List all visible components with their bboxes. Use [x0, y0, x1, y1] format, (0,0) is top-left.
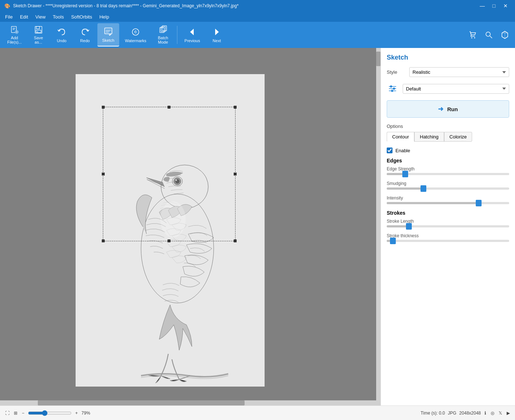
smudging-group: Smudging — [387, 181, 509, 190]
add-file-icon — [9, 25, 20, 34]
horizontal-scrollbar[interactable] — [0, 400, 376, 405]
close-button[interactable]: ✕ — [500, 1, 511, 11]
toolbar-separator — [177, 26, 177, 44]
edge-strength-thumb[interactable] — [402, 171, 408, 177]
app-icon: 🎨 — [4, 3, 10, 9]
svg-line-24 — [490, 36, 492, 38]
cart-icon — [468, 31, 477, 39]
run-button-label: Run — [447, 106, 458, 112]
save-icon — [33, 25, 44, 34]
stroke-thickness-track[interactable] — [387, 240, 509, 242]
menu-help[interactable]: Help — [96, 13, 113, 21]
svg-rect-10 — [105, 28, 112, 34]
undo-label: Undo — [57, 39, 67, 43]
intensity-track[interactable] — [387, 202, 509, 204]
watermarks-label: Watermarks — [125, 39, 146, 43]
menu-file[interactable]: File — [1, 13, 16, 21]
cube-icon — [500, 31, 509, 39]
strokes-title: Strokes — [387, 210, 509, 216]
window-title: Sketch Drawer - ****Unregistered version… — [13, 3, 238, 8]
undo-button[interactable]: Undo — [51, 23, 73, 47]
canvas-area[interactable] — [0, 48, 376, 405]
stroke-length-thumb[interactable] — [406, 223, 412, 230]
batch-mode-button[interactable]: Batch Mode — [152, 23, 174, 47]
save-as-label: Save as... — [34, 36, 43, 44]
run-button[interactable]: ➜ Run — [387, 100, 509, 118]
zoom-slider[interactable] — [28, 410, 72, 416]
redo-button[interactable]: Redo — [74, 23, 96, 47]
svg-marker-19 — [190, 29, 194, 35]
smudging-fill — [387, 187, 423, 190]
svg-point-40 — [391, 90, 393, 92]
tab-hatching[interactable]: Hatching — [414, 132, 444, 142]
panel-title: Sketch — [387, 54, 509, 61]
presets-icon[interactable] — [387, 83, 398, 94]
stroke-thickness-thumb[interactable] — [390, 238, 396, 244]
menu-bar: File Edit View Tools SoftOrbits Help — [0, 12, 515, 22]
vertical-scroll-thumb[interactable] — [376, 52, 381, 66]
menu-softorbits[interactable]: SoftOrbits — [68, 13, 96, 21]
next-button[interactable]: Next — [206, 23, 228, 47]
enable-label: Enable — [395, 148, 410, 153]
intensity-thumb[interactable] — [476, 200, 482, 206]
horizontal-scroll-thumb[interactable] — [38, 400, 245, 405]
edge-strength-group: Edge Strength — [387, 166, 509, 175]
options-label: Options — [387, 124, 509, 129]
zoom-fit-icon[interactable]: ⛶ — [4, 410, 10, 416]
save-as-button[interactable]: Save as... — [28, 23, 49, 47]
watermarks-icon: © — [130, 27, 141, 37]
edges-title: Edges — [387, 158, 509, 163]
zoom-level: 79% — [81, 411, 90, 416]
stroke-length-fill — [387, 225, 409, 227]
sketch-button[interactable]: Sketch — [97, 23, 119, 47]
style-label: Style — [387, 69, 405, 75]
zoom-page-icon[interactable]: ⊞ — [13, 410, 18, 416]
menu-view[interactable]: View — [32, 13, 49, 21]
tab-colorize[interactable]: Colorize — [444, 132, 472, 142]
maximize-button[interactable]: □ — [489, 1, 499, 11]
style-select[interactable]: Realistic Cartoon Abstract Pencil — [409, 67, 509, 77]
enable-row: Enable — [387, 148, 509, 153]
edge-strength-track[interactable] — [387, 173, 509, 175]
watermarks-button[interactable]: © Watermarks — [121, 23, 151, 47]
cube-button[interactable] — [498, 28, 512, 42]
toolbar-right-icons — [466, 28, 512, 42]
smudging-track[interactable] — [387, 187, 509, 190]
title-bar: 🎨 Sketch Drawer - ****Unregistered versi… — [0, 0, 515, 12]
enable-checkbox[interactable] — [387, 148, 393, 153]
stroke-thickness-label: Stroke thickness — [387, 233, 509, 238]
vertical-scrollbar[interactable] — [376, 48, 381, 405]
undo-icon — [57, 27, 67, 37]
canvas-content — [47, 60, 330, 394]
dimensions-display: 2048x2048 — [459, 411, 481, 416]
minimize-button[interactable]: — — [477, 1, 487, 11]
menu-edit[interactable]: Edit — [16, 13, 32, 21]
intensity-label: Intensity — [387, 195, 509, 201]
twitter-icon[interactable]: 𝕏 — [498, 410, 503, 416]
search-button[interactable] — [482, 28, 496, 42]
svg-marker-20 — [215, 29, 219, 35]
next-icon — [212, 27, 222, 37]
presets-select[interactable]: Default Light Strong Custom — [403, 84, 509, 94]
info-icon[interactable]: ℹ — [484, 410, 487, 416]
zoom-out-icon[interactable]: − — [21, 410, 25, 416]
stroke-length-track[interactable] — [387, 225, 509, 227]
intensity-group: Intensity — [387, 195, 509, 204]
format-display: JPG — [448, 411, 456, 416]
share-icon[interactable]: ◎ — [490, 410, 495, 416]
add-files-button[interactable]: Add File(s)... — [3, 23, 26, 47]
status-bar-right: Time (s): 0.0 JPG 2048x2048 ℹ ◎ 𝕏 ▶ — [421, 410, 511, 416]
stroke-length-group: Stroke Length — [387, 219, 509, 227]
svg-text:©: © — [134, 30, 137, 34]
svg-rect-9 — [37, 31, 38, 32]
svg-rect-8 — [36, 30, 41, 33]
video-icon[interactable]: ▶ — [506, 410, 511, 416]
status-bar-left: ⛶ ⊞ − + 79% — [4, 410, 90, 416]
smudging-thumb[interactable] — [421, 185, 426, 192]
tab-contour[interactable]: Contour — [387, 132, 414, 142]
menu-tools[interactable]: Tools — [49, 13, 67, 21]
time-display: Time (s): 0.0 — [421, 411, 445, 416]
zoom-in-icon[interactable]: + — [75, 410, 79, 416]
previous-button[interactable]: Previous — [180, 23, 205, 47]
cart-button[interactable] — [466, 28, 480, 42]
